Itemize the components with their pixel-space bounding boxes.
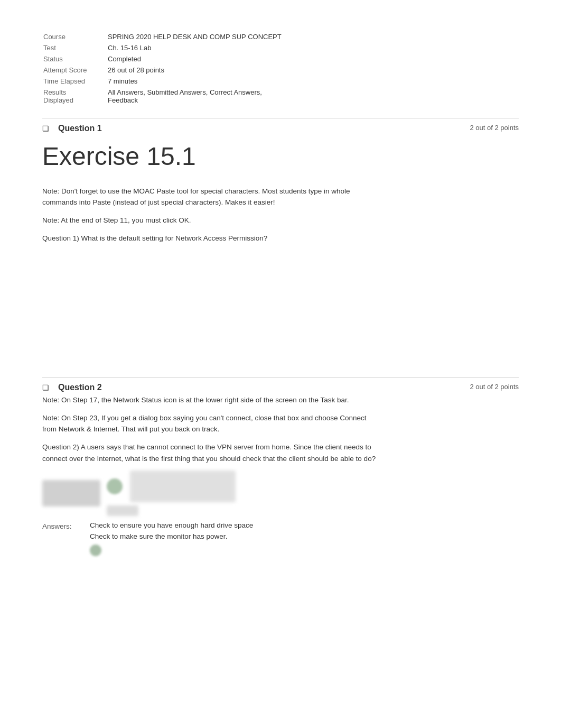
time-elapsed-label: Time Elapsed xyxy=(43,77,107,87)
question-2-note2: Note: On Step 23, If you get a dialog bo… xyxy=(42,412,380,435)
answers-content: Check to ensure you have enough hard dri… xyxy=(90,521,519,558)
question-2-body: Note: On Step 17, the Network Status ico… xyxy=(42,394,380,464)
answer-check-icon xyxy=(90,545,101,556)
question-2-header: ❏ Question 2 xyxy=(42,383,519,392)
spacer-1 xyxy=(42,250,519,377)
question-1-score: 2 out of 2 points xyxy=(470,124,519,132)
answer-2: Check to make sure the monitor has power… xyxy=(90,532,519,540)
answer-image-3 xyxy=(107,505,138,516)
question-1-note1: Note: Don't forget to use the MOAC Paste… xyxy=(42,186,380,208)
answers-row: Answers: Check to ensure you have enough… xyxy=(42,521,519,558)
question-2-icon: ❏ xyxy=(42,383,53,392)
answer-star-icon xyxy=(107,478,123,494)
results-displayed-label: Results Displayed xyxy=(43,88,107,106)
exercise-heading: Exercise 15.1 xyxy=(42,136,380,177)
status-value: Completed xyxy=(108,55,282,65)
attempt-score-label: Attempt Score xyxy=(43,66,107,76)
question-2-title: Question 2 xyxy=(58,383,102,392)
course-value: SPRING 2020 HELP DESK AND COMP SUP CONCE… xyxy=(108,33,282,43)
question-1-note2: Note: At the end of Step 11, you must cl… xyxy=(42,215,380,226)
results-displayed-value: All Answers, Submitted Answers, Correct … xyxy=(108,88,282,106)
test-value: Ch. 15-16 Lab xyxy=(108,44,282,54)
question-2-score: 2 out of 2 points xyxy=(470,383,519,391)
course-label: Course xyxy=(43,33,107,43)
answer-image-1 xyxy=(42,480,100,506)
info-table: Course SPRING 2020 HELP DESK AND COMP SU… xyxy=(42,32,283,107)
question-1-header: ❏ Question 1 xyxy=(42,124,519,133)
question-1-icon: ❏ xyxy=(42,124,53,133)
question-1-text: Question 1) What is the default setting … xyxy=(42,233,380,244)
answer-image-2 xyxy=(130,471,236,502)
question-1-body: Exercise 15.1 Note: Don't forget to use … xyxy=(42,136,380,244)
answers-label: Answers: xyxy=(42,521,90,530)
question-1-title: Question 1 xyxy=(58,124,102,133)
answer-images-row xyxy=(42,471,519,516)
answer-1: Check to ensure you have enough hard dri… xyxy=(90,521,519,529)
status-label: Status xyxy=(43,55,107,65)
attempt-score-value: 26 out of 28 points xyxy=(108,66,282,76)
question-1-block: ❏ Question 1 2 out of 2 points Exercise … xyxy=(42,118,519,244)
test-label: Test xyxy=(43,44,107,54)
question-2-note1: Note: On Step 17, the Network Status ico… xyxy=(42,394,380,406)
question-2-text: Question 2) A users says that he cannot … xyxy=(42,441,380,464)
time-elapsed-value: 7 minutes xyxy=(108,77,282,87)
question-2-block: ❏ Question 2 2 out of 2 points Note: On … xyxy=(42,377,519,558)
